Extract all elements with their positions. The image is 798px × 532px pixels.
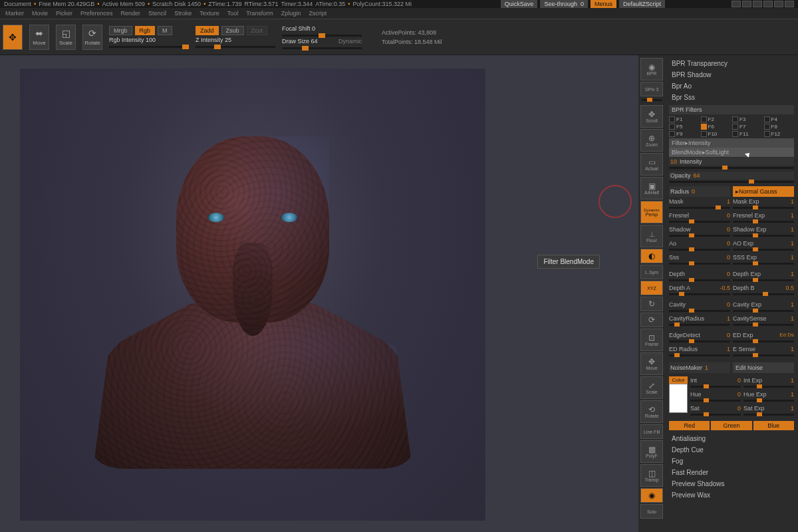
filter-f6[interactable]: F6 — [701, 124, 732, 130]
transp-button[interactable]: ◫Transp — [640, 464, 663, 487]
window-icon[interactable] — [774, 1, 783, 7]
menu-picker[interactable]: Picker — [56, 10, 72, 17]
rotate-tool[interactable]: ⟳Rotate — [82, 25, 102, 50]
color-swatch[interactable]: Color — [669, 376, 688, 418]
depth-slider[interactable]: Depth0 — [669, 270, 730, 278]
menu-marker[interactable]: Marker — [5, 10, 24, 17]
draw-size-slider[interactable] — [282, 47, 362, 49]
zsub-button[interactable]: Zsub — [221, 26, 244, 35]
menu-movie[interactable]: Movie — [32, 10, 48, 17]
menu-render[interactable]: Render — [121, 10, 141, 17]
cavity-sense-slider[interactable]: CavitySense1 — [733, 315, 794, 323]
menus-button[interactable]: Menus — [591, 0, 616, 8]
window-icon[interactable] — [753, 1, 762, 7]
filter-type-dropdown[interactable]: Filter▸Intensity — [669, 138, 794, 148]
depth-a-slider[interactable]: Depth A-0.5 — [669, 284, 730, 292]
aahalf-button[interactable]: ▣AAHalf — [640, 177, 663, 200]
frame-button[interactable]: ⊡Frame — [640, 329, 663, 351]
bpr-transparency-item[interactable]: BPR Transparency — [669, 58, 794, 69]
defaultzscript-button[interactable]: DefaultZScript — [619, 0, 665, 8]
scale-tool[interactable]: ◱Scale — [56, 25, 76, 50]
menu-stroke[interactable]: Stroke — [174, 10, 192, 17]
menu-tool[interactable]: Tool — [227, 10, 239, 17]
ao-exp-slider[interactable]: AO Exp1 — [733, 239, 794, 247]
actual-button[interactable]: ▭Actual — [640, 153, 663, 176]
viewport[interactable]: Filter BlendMode — [0, 55, 638, 532]
sss-slider[interactable]: Sss0 — [669, 253, 730, 261]
rgb-button[interactable]: Rgb — [135, 26, 156, 35]
sat-slider[interactable]: Sat0 — [690, 404, 741, 412]
hue-slider[interactable]: Hue0 — [690, 390, 741, 398]
filter-f2[interactable]: F2 — [701, 116, 732, 122]
persp-button[interactable]: DynamicPersp — [640, 201, 663, 223]
axis-z-button[interactable]: ⟳ — [640, 313, 663, 327]
nav-rotate-button[interactable]: ⟲Rotate — [640, 400, 663, 423]
bpr-button[interactable]: ◉BPR — [640, 58, 663, 80]
shadow-exp-slider[interactable]: Shadow Exp1 — [733, 225, 794, 233]
red-button[interactable]: Red — [669, 421, 710, 430]
fog-item[interactable]: Fog — [669, 456, 794, 467]
spix-button[interactable]: SPix 3 — [640, 82, 663, 96]
int-exp-slider[interactable]: Int Exp1 — [743, 376, 794, 384]
draw-tool[interactable]: ✥ — [3, 25, 23, 50]
menu-zplugin[interactable]: Zplugin — [281, 10, 301, 17]
depth-exp-slider[interactable]: Depth Exp1 — [733, 270, 794, 278]
solo-button[interactable]: Solo — [640, 504, 663, 519]
zcut-button[interactable]: Zcut — [247, 26, 268, 35]
close-icon[interactable] — [785, 1, 794, 7]
cavity-slider[interactable]: Cavity0 — [669, 301, 730, 309]
blendmode-dropdown[interactable]: BlendMode▸SoftLight — [669, 148, 794, 157]
filter-f10[interactable]: F10 — [701, 131, 732, 137]
filter-f11[interactable]: F11 — [732, 131, 763, 137]
preview-wax-item[interactable]: Preview Wax — [669, 489, 794, 501]
z-intensity-slider[interactable] — [196, 46, 275, 48]
depth-cue-item[interactable]: Depth Cue — [669, 444, 794, 456]
opacity-slider[interactable]: Opacity64 — [669, 172, 794, 180]
menu-transform[interactable]: Transform — [246, 10, 273, 17]
mrgb-button[interactable]: Mrgb — [109, 26, 132, 35]
rgb-intensity-slider[interactable] — [109, 46, 189, 48]
zadd-button[interactable]: Zadd — [196, 26, 219, 35]
filter-f12[interactable]: F12 — [764, 131, 795, 137]
bpr-ao-item[interactable]: Bpr Ao — [669, 80, 794, 92]
depth-b-slider[interactable]: Depth B0.5 — [733, 284, 794, 292]
move-tool[interactable]: ⬌Move — [29, 25, 49, 50]
window-icon[interactable] — [732, 1, 741, 7]
filter-f1[interactable]: F1 — [669, 116, 700, 122]
int-slider[interactable]: Int0 — [690, 376, 741, 384]
cavity-radius-slider[interactable]: CavityRadius1 — [669, 315, 730, 323]
bpr-shadow-item[interactable]: BPR Shadow — [669, 69, 794, 80]
filter-f5[interactable]: F5 — [669, 124, 700, 130]
e-sense-slider[interactable]: E Sense1 — [733, 345, 794, 353]
focal-shift-slider[interactable] — [282, 35, 362, 37]
polyf-button[interactable]: ▦PolyF — [640, 440, 663, 463]
shadow-slider[interactable]: Shadow0 — [669, 225, 730, 233]
ed-exp-slider[interactable]: ED ExpEd Ds — [733, 331, 794, 339]
filter-f4[interactable]: F4 — [764, 116, 795, 122]
noisemaker-slider[interactable]: NoiseMaker1 — [669, 362, 730, 373]
quicksave-button[interactable]: QuickSave — [501, 0, 538, 8]
lsym-button[interactable]: L.Sym — [640, 265, 663, 279]
floor-button[interactable]: ⟂Floor — [640, 225, 663, 247]
fast-render-item[interactable]: Fast Render — [669, 467, 794, 478]
hue-exp-slider[interactable]: Hue Exp1 — [743, 390, 794, 398]
bpr-sss-item[interactable]: Bpr Sss — [669, 92, 794, 103]
cavity-exp-slider[interactable]: Cavity Exp1 — [733, 301, 794, 309]
intensity-slider[interactable]: 10Intensity — [669, 158, 794, 166]
ed-radius-slider[interactable]: ED Radius1 — [669, 345, 730, 353]
window-icon[interactable] — [742, 1, 751, 7]
seethrough-button[interactable]: See-through 0 — [540, 0, 588, 8]
edgedetect-slider[interactable]: EdgeDetect0 — [669, 331, 730, 339]
menu-stencil[interactable]: Stencil — [148, 10, 166, 17]
ghost-button[interactable]: ◉ — [640, 488, 663, 503]
bpr-filters-header[interactable]: BPR Filters — [669, 105, 794, 114]
filter-f9[interactable]: F9 — [669, 131, 700, 137]
filter-f7[interactable]: F7 — [732, 124, 763, 130]
sat-exp-slider[interactable]: Sat Exp1 — [743, 404, 794, 412]
green-button[interactable]: Green — [711, 421, 751, 430]
scroll-button[interactable]: ✥Scroll — [640, 105, 663, 128]
mask-slider[interactable]: Mask1 — [669, 198, 730, 205]
edit-noise-button[interactable]: Edit Noise — [733, 362, 794, 373]
menu-zscript[interactable]: Zscript — [309, 10, 327, 17]
sss-exp-slider[interactable]: SSS Exp1 — [733, 253, 794, 261]
